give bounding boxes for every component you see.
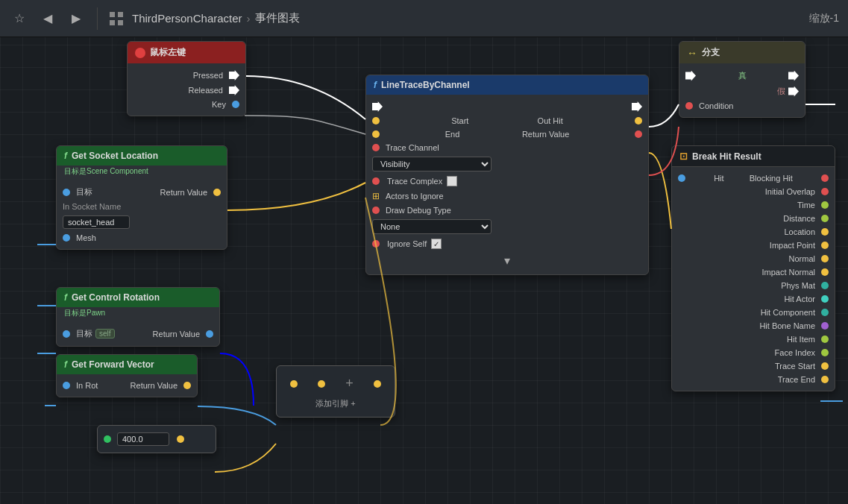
rotation-self-badge: self [95,329,115,338]
break-hit-in-label: Hit [714,174,723,183]
break-hititem-pin[interactable] [821,336,829,343]
break-location-row: Location [672,225,835,239]
break-normal-pin[interactable] [821,255,829,262]
pressed-pin[interactable] [229,70,239,81]
node-branch-title: 分支 [702,46,720,59]
break-impact-point-pin[interactable] [821,242,829,249]
branch-condition-pin[interactable] [685,102,693,110]
break-hit-in-pin[interactable] [678,174,685,182]
break-hitcomp-pin[interactable] [821,309,829,316]
number-row [98,430,216,448]
break-physmat-row: Phys Mat [672,279,835,292]
rotation-return-pin[interactable] [206,330,213,338]
break-faceindex-pin[interactable] [821,349,829,356]
break-hitcomp-row: Hit Component [672,306,835,319]
node-forward-header: f Get Forward Vector [57,355,197,374]
node-mouse-body: Pressed Released Key [128,63,245,116]
break-initial-label: Initial Overlap [765,187,815,196]
break-physmat-pin[interactable] [821,282,829,289]
node-socket-subtitle: 目标是Scene Component [57,166,227,180]
branch-exec-in[interactable] [685,71,696,81]
trace-return-pin[interactable] [635,130,642,138]
star-icon[interactable]: ☆ [9,8,30,29]
trace-complex-pin [372,177,380,185]
trace-channel-select[interactable]: Visibility [372,157,491,171]
trace-exec-row [366,99,648,114]
released-pin[interactable] [229,85,239,95]
zoom-label: 缩放-1 [809,12,839,25]
trace-end-pin[interactable] [372,130,380,138]
breadcrumb-main[interactable]: ThirdPersonCharacter [132,12,242,25]
svg-rect-3 [118,20,123,25]
branch-false-pin[interactable] [788,86,799,97]
trace-end-row: End Return Value [366,127,648,141]
branch-true-pin[interactable] [788,71,799,81]
break-impact-normal-pin[interactable] [821,268,829,276]
break-traceend-row: Trace End [672,373,835,386]
break-initial-pin[interactable] [821,188,829,195]
break-tracestart-pin[interactable] [821,362,829,370]
break-time-pin[interactable] [821,201,829,209]
breadcrumb-sep: › [247,12,251,25]
trace-ignoreself-pin [372,240,380,248]
node-rotation-subtitle: 目标是Pawn [57,307,219,321]
socket-name-input[interactable] [63,215,130,229]
back-icon[interactable]: ◀ [37,8,58,29]
svg-rect-2 [110,20,115,25]
forward-return-pin[interactable] [183,382,191,389]
socket-mesh-pin[interactable] [63,234,70,242]
break-hitbone-pin[interactable] [821,322,829,330]
scroll-down-icon[interactable]: ▾ [504,253,510,268]
break-hitactor-pin[interactable] [821,295,829,303]
socket-return-pin[interactable] [213,189,221,196]
rotation-target-pin[interactable] [63,330,70,338]
node-rotation-body: 目标 self Return Value [57,321,219,346]
break-hitbone-row: Hit Bone Name [672,319,835,333]
breadcrumb: ThirdPersonCharacter › 事件图表 [132,11,300,25]
breadcrumb-sub: 事件图表 [255,11,300,25]
svg-rect-1 [118,12,123,17]
node-branch-header: ↔ 分支 [679,42,805,63]
node-rotation-header: f Get Control Rotation [57,288,219,307]
node-branch-body: 真 假 Condition [679,63,805,117]
node-get-forward: f Get Forward Vector In Rot Return Value [56,354,198,397]
node-trace-body: Start Out Hit End Return Value Trace Cha… [366,95,648,274]
trace-ignoreself-checkbox[interactable]: ✓ [431,239,442,249]
node-mouse-title: 鼠标左键 [150,46,186,59]
trace-start-pin[interactable] [372,117,380,125]
number-out-pin[interactable] [177,435,184,443]
plus-symbol: + [345,376,354,391]
add-label[interactable]: 添加引脚 + [315,398,355,409]
break-traceend-label: Trace End [778,375,815,384]
add-in-pin1[interactable] [290,380,298,388]
trace-exec-out[interactable] [632,101,642,112]
break-hitactor-label: Hit Actor [784,294,815,303]
branch-condition-label: Condition [699,101,733,110]
break-distance-row: Distance [672,212,835,225]
forward-icon[interactable]: ▶ [66,8,87,29]
rotation-target-label: 目标 [76,328,92,339]
trace-outhit-pin[interactable] [635,117,642,125]
key-pin[interactable] [232,101,239,108]
actors-icon: ⊞ [372,191,380,201]
break-blocking-pin[interactable] [821,174,829,182]
node-socket-body: 目标 Return Value In Socket Name Mesh [57,180,227,249]
add-out-pin[interactable] [374,380,381,388]
released-label: Released [189,86,223,95]
number-input[interactable] [117,432,169,446]
trace-complex-checkbox[interactable] [447,176,457,186]
add-in-pin2[interactable] [318,380,325,388]
socket-target-pin[interactable] [63,189,70,196]
trace-debug-select[interactable]: None [372,219,491,234]
node-socket-header: f Get Socket Location [57,146,227,166]
break-location-pin[interactable] [821,228,829,236]
trace-exec-in[interactable] [372,101,383,112]
break-traceend-pin[interactable] [821,376,829,383]
node-mouse-header: 鼠标左键 [128,42,245,63]
node-trace-header: f LineTraceByChannel [366,75,648,95]
break-distance-pin[interactable] [821,215,829,222]
divider [97,7,98,30]
trace-debug-pin [372,207,380,214]
forward-inrot-pin[interactable] [63,382,70,389]
break-hititem-label: Hit Item [787,335,815,344]
